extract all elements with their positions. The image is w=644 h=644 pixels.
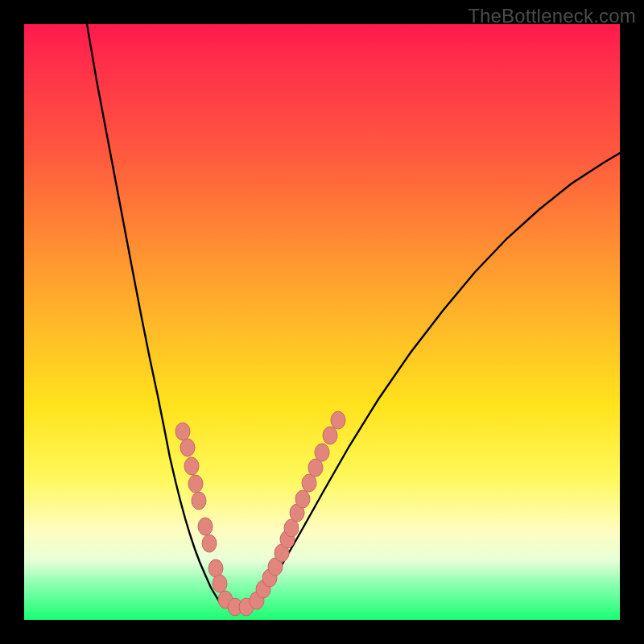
- highlight-dot: [295, 490, 310, 508]
- highlight-dot: [213, 575, 227, 592]
- highlight-dots: [175, 411, 345, 616]
- highlight-dot: [180, 439, 195, 456]
- highlight-dot: [198, 518, 213, 535]
- highlight-dot: [192, 492, 206, 510]
- highlight-dot: [331, 411, 345, 429]
- highlight-dot: [323, 427, 337, 444]
- plot-area: [24, 24, 620, 620]
- highlight-dot: [175, 423, 190, 440]
- highlight-dot: [188, 475, 203, 493]
- highlight-dot: [202, 535, 217, 552]
- highlight-dot: [315, 444, 329, 461]
- curve-svg: [24, 24, 620, 620]
- highlight-dot: [184, 457, 199, 475]
- chart-frame: TheBottleneck.com: [0, 0, 644, 644]
- bottleneck-curve: [87, 24, 620, 608]
- watermark-text: TheBottleneck.com: [468, 5, 636, 27]
